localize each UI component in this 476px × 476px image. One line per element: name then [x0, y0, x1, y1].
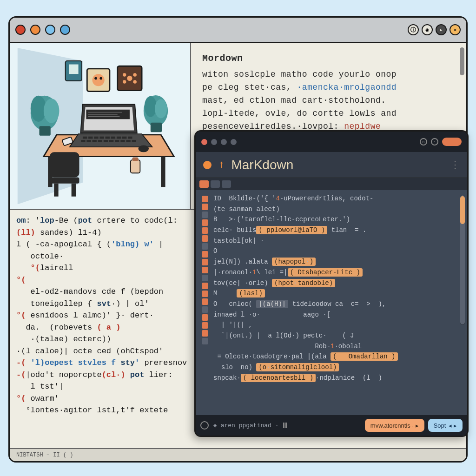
play-icon[interactable]: ▸: [436, 24, 447, 35]
svg-point-52: [138, 145, 148, 152]
sort-button-label: Sopt: [434, 422, 446, 429]
status-circle-icon[interactable]: [200, 421, 209, 430]
front-statusbar: ◈ aren ppgatinad · mvw.atorcnntls · ▸ So…: [196, 415, 467, 436]
svg-rect-53: [130, 160, 140, 173]
line-marker[interactable]: [202, 314, 208, 321]
line-marker[interactable]: [202, 330, 208, 337]
toggle-button[interactable]: [442, 138, 462, 146]
run-button[interactable]: mvw.atorcnntls · ▸: [365, 419, 424, 432]
svg-rect-36: [105, 136, 109, 139]
code-line: jel(N]) .alata (hapopol·): [213, 257, 464, 267]
prose-line: witon soslcple matho code yourlo onop: [202, 68, 455, 81]
status-right: mvw.atorcnntls · ▸ Sopt ◂ ▸: [365, 419, 463, 432]
line-marker[interactable]: [202, 196, 208, 202]
tab-2[interactable]: [211, 180, 220, 188]
user-icon[interactable]: ◉: [422, 24, 433, 35]
prose-title: Mordown: [202, 51, 455, 66]
svg-rect-49: [126, 140, 130, 142]
scrollbar-thumb[interactable]: [460, 47, 464, 75]
svg-point-7: [99, 77, 102, 79]
svg-rect-35: [99, 136, 104, 139]
svg-point-16: [43, 99, 59, 123]
tab-3[interactable]: [222, 180, 231, 188]
line-marker[interactable]: [202, 251, 208, 258]
svg-rect-54: [132, 157, 138, 160]
code-line: tastobl[ok| ·: [213, 236, 464, 246]
line-marker[interactable]: [202, 212, 208, 218]
titlebar-right: ⓘ ◉ ▸ ✕: [408, 24, 461, 35]
back-titlebar: ⓘ ◉ ▸ ✕: [10, 18, 466, 43]
close-icon[interactable]: ✕: [450, 24, 461, 35]
gutter: [199, 194, 211, 411]
svg-rect-50: [132, 140, 136, 142]
code-line: | '|(| ,: [213, 320, 464, 331]
code-line: celc- bulls( pploworl@laTO ) tlan = .: [213, 225, 464, 236]
pause-icon[interactable]: [283, 423, 287, 428]
line-marker[interactable]: [202, 283, 208, 289]
code-line: = Olcote·toadotgre·pal |(ala ( Omadarlla…: [213, 352, 464, 362]
menu-icon[interactable]: ⋮: [450, 159, 460, 171]
editor[interactable]: ID Bkldle-('{ '4-uPowerendrtlias, codot-…: [196, 190, 467, 415]
line-marker[interactable]: [202, 298, 208, 305]
line-marker[interactable]: [202, 259, 208, 265]
dot-icon[interactable]: ·: [431, 138, 438, 145]
svg-point-6: [94, 77, 97, 79]
tab-1[interactable]: [199, 180, 209, 188]
code-line: (te sanman aleet): [213, 205, 464, 215]
svg-rect-46: [109, 140, 113, 142]
line-marker[interactable]: [202, 235, 208, 242]
maximize-dot[interactable]: [221, 139, 227, 145]
line-marker[interactable]: [202, 267, 208, 273]
svg-rect-41: [81, 140, 85, 142]
svg-point-19: [144, 96, 156, 117]
back-statusbar: NIBTATSH – II ( ): [10, 448, 466, 461]
minimize-dot[interactable]: [30, 25, 40, 35]
code-line: M (lasl): [213, 289, 464, 299]
minimize-dot[interactable]: [211, 139, 217, 145]
tabstrip: [196, 178, 467, 190]
svg-rect-17: [39, 126, 50, 136]
extra-dot[interactable]: [231, 139, 237, 145]
svg-rect-44: [98, 140, 102, 142]
front-header: ↑ MarKdown ⋮: [196, 152, 467, 178]
extra-dot[interactable]: [60, 25, 70, 35]
line-marker[interactable]: [202, 338, 208, 344]
svg-rect-24: [161, 156, 165, 186]
line-marker[interactable]: [202, 204, 208, 210]
line-marker[interactable]: [202, 291, 208, 297]
line-marker[interactable]: [202, 243, 208, 250]
svg-rect-40: [128, 136, 132, 139]
line-marker[interactable]: [202, 306, 208, 313]
up-arrow-icon[interactable]: ↑: [218, 159, 225, 171]
svg-point-13: [133, 80, 136, 83]
code-line: Rob-1·obolal: [213, 342, 464, 352]
close-dot[interactable]: [201, 139, 207, 145]
record-icon[interactable]: [203, 161, 212, 169]
line-marker[interactable]: [202, 219, 208, 226]
svg-rect-39: [122, 136, 126, 139]
svg-rect-21: [150, 123, 161, 132]
svg-rect-47: [115, 140, 119, 142]
svg-rect-43: [92, 140, 96, 142]
close-dot[interactable]: [15, 25, 26, 35]
svg-point-5: [92, 74, 104, 86]
info-icon[interactable]: ⓘ: [408, 24, 419, 35]
svg-rect-57: [54, 183, 58, 196]
scrollbar-thumb[interactable]: [460, 196, 465, 224]
prose-line: pe cleg stet·cas, ·amencka·mrolgaondd: [202, 81, 455, 94]
sort-button[interactable]: Sopt ◂ ▸: [428, 419, 463, 432]
code-line: O cnloc( |(a(H)| tideloodow ca c= > ),: [213, 299, 464, 310]
scrollbar[interactable]: [460, 195, 465, 325]
code-line: `|(ont.) | a l(Od·) pectc· ( J: [213, 331, 464, 341]
line-marker[interactable]: [202, 227, 208, 234]
line-marker[interactable]: [202, 322, 208, 329]
line-marker[interactable]: [202, 275, 208, 281]
code-body[interactable]: ID Bkldle-('{ '4-uPowerendrtlias, codot-…: [211, 194, 464, 411]
svg-rect-38: [117, 136, 121, 139]
svg-rect-32: [83, 136, 87, 139]
front-window: ↻ · ↑ MarKdown ⋮ ID Bkldle-('{ '4-uPower…: [194, 130, 469, 437]
svg-rect-58: [71, 183, 75, 196]
front-titlebar-right: ↻ ·: [420, 138, 462, 146]
refresh-icon[interactable]: ↻: [420, 138, 427, 145]
maximize-dot[interactable]: [45, 25, 55, 35]
